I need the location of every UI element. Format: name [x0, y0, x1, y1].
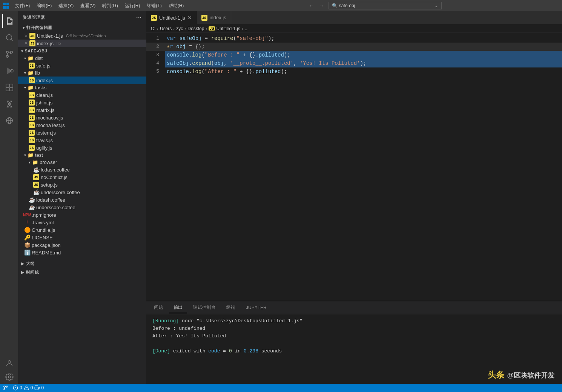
folder-tasks[interactable]: ▾ 📁 tasks — [18, 84, 146, 91]
tab-untitled[interactable]: JS Untitled-1.js ✕ — [146, 11, 197, 24]
file-clean-js[interactable]: JS clean.js — [18, 91, 146, 99]
forward-button[interactable]: → — [317, 2, 326, 9]
panel-tab-problems[interactable]: 问题 — [149, 302, 167, 313]
file-uglify-js[interactable]: JS uglify.js — [18, 144, 146, 152]
open-file-untitled[interactable]: ✕ JS Untitled-1.js C:\Users\zyc\Desktop — [18, 32, 146, 40]
output-eq: = — [223, 348, 226, 354]
menu-edit[interactable]: 编辑(E) — [34, 2, 55, 10]
file-license[interactable]: 🔑 LICENSE — [18, 234, 146, 241]
status-git[interactable] — [3, 385, 8, 390]
js-icon-safe: JS — [29, 63, 35, 69]
file-npmignore[interactable]: NPM .npmignore — [18, 211, 146, 219]
close-icon-2[interactable]: ✕ — [24, 41, 28, 46]
activity-account[interactable] — [2, 357, 16, 370]
line-content-2: ⚡r obj = {}; — [165, 43, 562, 51]
activity-source-control[interactable] — [2, 47, 16, 61]
file-readme-name: README.md — [32, 250, 61, 256]
file-lodash-coffee-browser[interactable]: ☕ lodash.coffee — [18, 166, 146, 173]
folder-browser-name: browser — [40, 159, 57, 165]
output-exit-text: exited with — [173, 348, 209, 354]
folder-test[interactable]: ▾ 📁 test — [18, 152, 146, 159]
close-icon[interactable]: ✕ — [24, 33, 28, 38]
coffee-icon-underscore: ☕ — [29, 204, 35, 210]
file-lodash-coffee[interactable]: ☕ lodash.coffee — [18, 196, 146, 204]
menu-help[interactable]: 帮助(H) — [166, 2, 187, 10]
open-editors-section[interactable]: ▾ 打开的编辑器 — [18, 23, 146, 32]
activity-testing[interactable] — [2, 97, 16, 111]
file-index-js[interactable]: JS index.js — [18, 77, 146, 84]
file-testem-js[interactable]: JS testem.js — [18, 129, 146, 136]
status-errors[interactable]: 0 0 0 — [13, 385, 44, 390]
file-setup-js[interactable]: JS setup.js — [18, 181, 146, 188]
panel-tabs: 问题 输出 调试控制台 终端 JUPYTER — [146, 301, 562, 314]
folder-dist-name: dist — [35, 55, 43, 61]
folder-browser[interactable]: ▾ 📁 browser — [18, 159, 146, 166]
file-matrix-js[interactable]: JS matrix.js — [18, 106, 146, 114]
menu-terminal[interactable]: 终端(T) — [144, 2, 164, 10]
timeline-chevron: ▶ — [21, 270, 25, 274]
back-button[interactable]: ← — [307, 2, 316, 9]
svg-rect-0 — [3, 3, 6, 5]
activity-extensions[interactable] — [2, 81, 16, 94]
tab-untitled-close[interactable]: ✕ — [187, 15, 192, 20]
travis-yml-icon: ! — [24, 219, 30, 225]
search-dropdown-icon[interactable]: ⌄ — [435, 3, 438, 8]
file-mochatest-js[interactable]: JS mochaTest.js — [18, 121, 146, 129]
folder-icon-browser: 📁 — [32, 159, 38, 165]
search-bar[interactable]: 🔍 ⌄ — [329, 2, 442, 9]
menu-file[interactable]: 文件(F) — [12, 2, 33, 10]
file-gruntfile[interactable]: 🟠 Gruntfile.js — [18, 226, 146, 234]
file-travis-js[interactable]: JS travis.js — [18, 136, 146, 144]
file-jshint-js[interactable]: JS jshint.js — [18, 99, 146, 106]
svg-point-18 — [4, 386, 5, 387]
tab-index[interactable]: JS index.js — [197, 11, 231, 24]
folder-lib[interactable]: ▾ 📁 lib — [18, 69, 146, 77]
panel-tab-debug[interactable]: 调试控制台 — [189, 302, 220, 313]
folder-icon-dist: 📁 — [28, 55, 34, 61]
npmignore-icon: NPM — [24, 212, 30, 218]
output-line-1: [Running] node "c:\Users\zyc\Desktop\Unt… — [152, 317, 556, 325]
menu-view[interactable]: 查看(V) — [77, 2, 98, 10]
open-file-index[interactable]: ✕ JS index.js lib — [18, 40, 146, 47]
panel-tab-output[interactable]: 输出 — [169, 302, 187, 313]
outline-section[interactable]: ▶ 大纲 — [18, 259, 146, 268]
menu-select[interactable]: 选择(Y) — [55, 2, 77, 10]
file-readme[interactable]: ℹ️ README.md — [18, 249, 146, 256]
line-content-4: safeObj.expand(obj, '__proto__.polluted'… — [165, 59, 562, 67]
search-input[interactable] — [339, 3, 433, 8]
readme-icon: ℹ️ — [24, 250, 30, 256]
project-section[interactable]: ▾ SAFE-OBJ — [18, 47, 146, 55]
activity-explorer[interactable] — [2, 14, 16, 28]
activity-remote[interactable] — [2, 114, 16, 127]
timeline-section[interactable]: ▶ 时间线 — [18, 268, 146, 277]
file-noconflict-js[interactable]: JS noConflict.js — [18, 173, 146, 181]
panel-tab-terminal[interactable]: 终端 — [222, 302, 240, 313]
output-line-2: Before : undefined — [152, 325, 556, 332]
open-file-untitled-name: Untitled-1.js — [37, 33, 63, 39]
sidebar: 资源管理器 ··· ▾ 打开的编辑器 ✕ JS Untitled-1.js C:… — [18, 11, 146, 384]
file-underscore-coffee[interactable]: ☕ underscore.coffee — [18, 204, 146, 211]
sidebar-more[interactable]: ··· — [136, 14, 142, 20]
menu-goto[interactable]: 转到(G) — [99, 2, 121, 10]
activity-search[interactable] — [2, 31, 16, 44]
code-editor[interactable]: 1 var safeObj = require("safe-obj"); 2 ⚡… — [146, 33, 562, 301]
watermark-prefix: 头条 — [488, 370, 504, 380]
file-package-json[interactable]: 📦 package.json — [18, 241, 146, 249]
tab-bar: JS Untitled-1.js ✕ JS index.js — [146, 11, 562, 24]
watermark-text: @区块软件开发 — [507, 372, 554, 379]
menu-run[interactable]: 运行(R) — [122, 2, 143, 10]
svg-rect-3 — [6, 6, 9, 9]
activity-run[interactable] — [2, 64, 16, 78]
file-travis-js-name: travis.js — [36, 138, 53, 143]
panel-tab-jupyter[interactable]: JUPYTER — [241, 303, 271, 313]
file-safe-js[interactable]: JS safe.js — [18, 62, 146, 69]
file-underscore-coffee-browser[interactable]: ☕ underscore.coffee — [18, 188, 146, 196]
folder-dist[interactable]: ▾ 📁 dist — [18, 55, 146, 62]
file-mochacov-js[interactable]: JS mochacov.js — [18, 114, 146, 121]
svg-rect-2 — [3, 6, 6, 9]
coffee-icon-lodash: ☕ — [29, 197, 35, 203]
activity-settings[interactable] — [2, 370, 16, 384]
js-icon-index: JS — [29, 77, 35, 83]
code-line-4: 4 safeObj.expand(obj, '__proto__.pollute… — [146, 59, 562, 67]
file-travis-yml[interactable]: ! .travis.yml — [18, 219, 146, 226]
